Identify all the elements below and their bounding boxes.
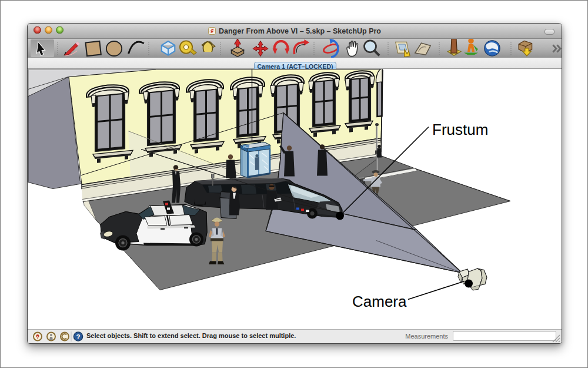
svg-text:Frustum: Frustum — [432, 121, 488, 138]
svg-text:Camera: Camera — [352, 293, 407, 310]
svg-text:Phone: Phone — [243, 145, 251, 148]
svg-text:?: ? — [76, 333, 80, 340]
